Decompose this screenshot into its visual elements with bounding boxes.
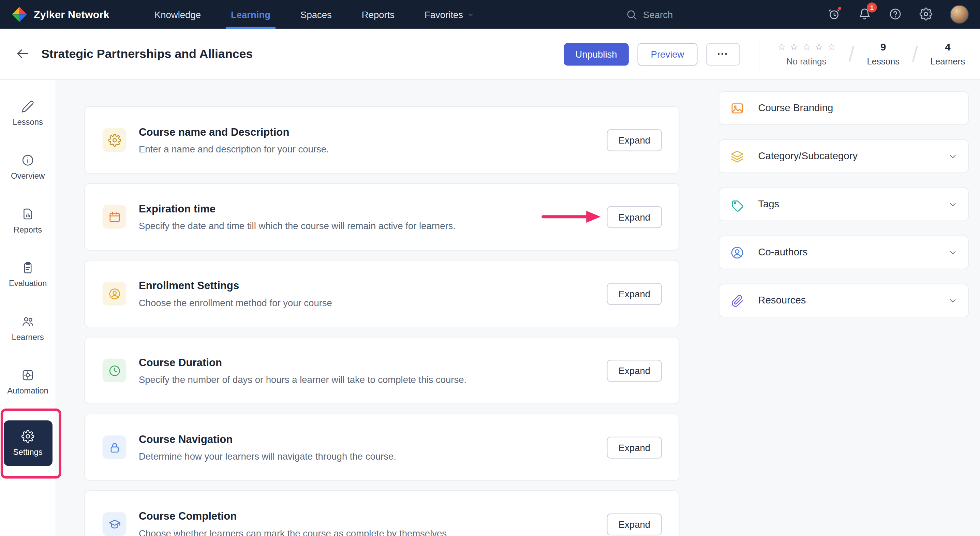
card-title: Course Duration <box>139 356 607 369</box>
card-title: Course Completion <box>139 510 607 523</box>
sidebar-item-overview[interactable]: Overview <box>0 140 56 194</box>
app: Zylker Network Knowledge Learning Spaces… <box>0 0 980 536</box>
star-icon <box>777 42 786 51</box>
panel-item-course-branding[interactable]: Course Branding <box>719 91 969 125</box>
course-ratings[interactable]: No ratings <box>777 42 836 66</box>
card-expiration-time: Expiration time Specify the date and tim… <box>84 183 679 251</box>
more-options-button[interactable]: ••• <box>706 43 740 65</box>
nav-item-spaces[interactable]: Spaces <box>285 0 347 29</box>
sidebar-item-reports[interactable]: Reports <box>0 194 56 248</box>
lock-icon <box>108 441 121 454</box>
course-header: Strategic Partnerships and Alliances Unp… <box>0 29 980 80</box>
sidebar-item-lessons[interactable]: Lessons <box>0 86 56 140</box>
star-icon <box>827 42 836 51</box>
card-description: Determine how your learners will navigat… <box>139 451 607 461</box>
preview-button[interactable]: Preview <box>638 43 697 65</box>
learners-label: Learners <box>931 56 965 66</box>
graduation-cap-icon <box>108 518 121 531</box>
ratings-label: No ratings <box>786 56 826 66</box>
tag-icon <box>729 196 745 212</box>
settings-active-pill: Settings <box>3 420 52 466</box>
settings-button[interactable] <box>919 8 933 21</box>
reminders-button[interactable] <box>827 8 841 21</box>
sidebar-item-settings[interactable]: Settings <box>0 409 56 477</box>
card-course-navigation: Course Navigation Determine how your lea… <box>84 414 679 481</box>
chevron-down-icon <box>948 151 958 161</box>
card-description: Choose whether learners can mark the cou… <box>139 528 607 536</box>
lessons-count: 9 <box>880 42 886 53</box>
learners-stat[interactable]: 4 Learners <box>931 42 965 66</box>
rating-stars <box>777 42 836 51</box>
expand-button[interactable]: Expand <box>607 359 662 381</box>
card-description: Enter a name and description for your co… <box>139 143 607 154</box>
card-description: Choose the enrollment method for your co… <box>139 297 607 307</box>
calendar-icon <box>108 210 121 223</box>
notification-badge: 1 <box>867 2 877 12</box>
sidebar-item-automation[interactable]: Automation <box>0 355 56 409</box>
nav-item-knowledge[interactable]: Knowledge <box>140 0 216 29</box>
notifications-button[interactable]: 1 <box>858 8 872 21</box>
gear-icon <box>21 429 34 442</box>
gear-icon <box>919 8 932 21</box>
help-button[interactable] <box>889 8 902 21</box>
card-course-duration: Course Duration Specify the number of da… <box>84 337 679 404</box>
stat-separator: / <box>848 42 854 66</box>
layers-icon <box>729 148 745 164</box>
chevron-down-icon <box>468 11 474 18</box>
clipboard-icon <box>21 261 34 274</box>
branding-image-icon <box>729 100 745 116</box>
brand-name: Zylker Network <box>34 8 110 21</box>
expand-button[interactable]: Expand <box>607 436 662 458</box>
arrow-left-icon <box>15 46 30 61</box>
brand[interactable]: Zylker Network <box>11 6 110 22</box>
settings-list: Course name and Description Enter a name… <box>56 80 705 536</box>
top-navbar: Zylker Network Knowledge Learning Spaces… <box>0 0 980 29</box>
card-description: Specify the date and time till which the… <box>139 220 607 231</box>
chevron-down-icon <box>948 295 958 306</box>
automation-icon <box>21 368 34 381</box>
course-sidebar: Lessons Overview Reports Evaluation Lear… <box>0 80 56 536</box>
sidebar-item-learners[interactable]: Learners <box>0 301 56 355</box>
star-icon <box>789 42 798 51</box>
pencil-icon <box>21 100 34 113</box>
panel-item-tags[interactable]: Tags <box>719 188 969 221</box>
nav-item-reports[interactable]: Reports <box>347 0 409 29</box>
clock-icon <box>108 364 121 377</box>
sidebar-item-evaluation[interactable]: Evaluation <box>0 248 56 301</box>
alarm-notification-dot <box>837 6 842 11</box>
chevron-down-icon <box>948 247 958 258</box>
expand-button[interactable]: Expand <box>607 129 662 151</box>
panel-item-co-authors[interactable]: Co-authors <box>719 235 969 269</box>
star-icon <box>814 42 824 51</box>
expand-button[interactable]: Expand <box>607 283 662 304</box>
zylker-logo-icon <box>11 6 28 22</box>
card-title: Enrollment Settings <box>139 280 607 292</box>
nav-item-favorites[interactable]: Favorites <box>409 0 489 29</box>
unpublish-button[interactable]: Unpublish <box>564 43 629 65</box>
nav-right: 1 <box>626 5 969 24</box>
expand-button[interactable]: Expand <box>607 206 662 228</box>
info-icon <box>21 153 34 166</box>
card-course-name: Course name and Description Enter a name… <box>84 106 679 173</box>
card-description: Specify the number of days or hours a le… <box>139 374 607 385</box>
expand-button[interactable]: Expand <box>607 513 662 535</box>
panel-item-resources[interactable]: Resources <box>719 284 969 317</box>
avatar[interactable] <box>950 5 969 24</box>
lessons-stat[interactable]: 9 Lessons <box>867 42 899 66</box>
people-icon <box>21 315 34 328</box>
help-icon <box>889 8 902 21</box>
person-circle-icon <box>108 287 121 300</box>
panel-item-category[interactable]: Category/Subcategory <box>719 140 969 173</box>
back-button[interactable] <box>15 46 31 62</box>
header-actions: Unpublish Preview ••• <box>564 43 740 65</box>
search-box[interactable] <box>626 8 725 21</box>
card-enrollment-settings: Enrollment Settings Choose the enrollmen… <box>84 260 679 327</box>
star-icon <box>802 42 811 51</box>
learners-count: 4 <box>945 42 950 53</box>
card-title: Course name and Description <box>139 126 607 138</box>
search-input[interactable] <box>643 9 724 20</box>
nav-item-learning[interactable]: Learning <box>216 0 285 29</box>
paperclip-icon <box>729 292 745 309</box>
header-divider <box>759 37 759 71</box>
stat-separator: / <box>912 42 918 66</box>
